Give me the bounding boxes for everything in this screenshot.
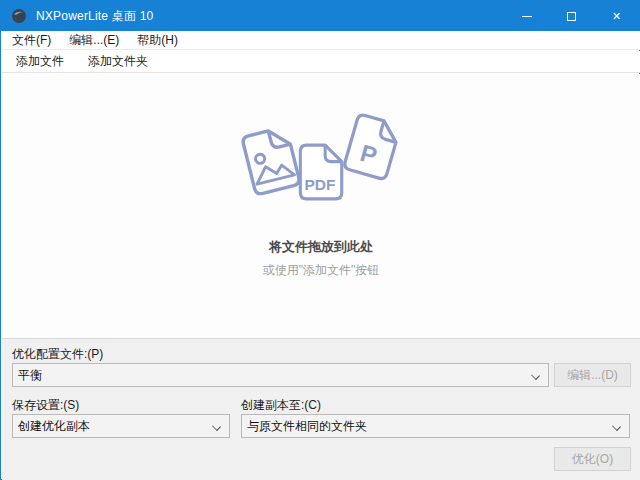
- pdf-file-icon: PDF: [294, 142, 346, 202]
- app-window: NXPowerLite 桌面 10 ✕ 文件(F) 编辑...(E) 帮助(H)…: [0, 0, 640, 480]
- app-icon: [11, 8, 27, 24]
- save-settings-selected-value: 创建优化副本: [18, 418, 90, 435]
- close-button[interactable]: ✕: [594, 1, 639, 31]
- minimize-icon: [522, 16, 532, 17]
- window-title: NXPowerLite 桌面 10: [36, 8, 153, 25]
- add-folder-button[interactable]: 添加文件夹: [78, 50, 158, 73]
- menu-edit[interactable]: 编辑...(E): [60, 30, 128, 51]
- pdf-letters: PDF: [305, 176, 336, 193]
- titlebar[interactable]: NXPowerLite 桌面 10 ✕: [1, 1, 639, 31]
- toolbar: 添加文件 添加文件夹: [2, 51, 640, 73]
- add-files-button[interactable]: 添加文件: [6, 50, 74, 73]
- settings-panel: 优化配置文件:(P) 平衡 编辑...(D) 保存设置:(S) 创建副本至:(C…: [2, 338, 640, 480]
- edit-profile-button[interactable]: 编辑...(D): [554, 363, 631, 387]
- optimize-button[interactable]: 优化(O): [554, 447, 631, 471]
- profile-select[interactable]: 平衡: [12, 363, 549, 387]
- save-settings-select[interactable]: 创建优化副本: [12, 414, 230, 438]
- chevron-down-icon: [612, 422, 621, 431]
- chevron-down-icon: [531, 371, 540, 380]
- profile-label: 优化配置文件:(P): [12, 346, 103, 363]
- chevron-down-icon: [212, 422, 221, 431]
- save-settings-label: 保存设置:(S): [12, 397, 79, 414]
- menu-file[interactable]: 文件(F): [3, 30, 60, 51]
- file-drop-zone[interactable]: P PDF 将文件拖放到此处 或使用"添加文件"按钮: [2, 74, 640, 338]
- drop-zone-title: 将文件拖放到此处: [269, 238, 373, 256]
- copy-destination-label: 创建副本至:(C): [241, 397, 321, 414]
- close-icon: ✕: [612, 11, 621, 22]
- menu-help[interactable]: 帮助(H): [128, 30, 187, 51]
- minimize-button[interactable]: [504, 1, 549, 31]
- drop-zone-subtitle: 或使用"添加文件"按钮: [263, 262, 380, 279]
- copy-destination-select[interactable]: 与原文件相同的文件夹: [241, 414, 630, 438]
- file-icons-illustration: P PDF: [236, 114, 406, 236]
- profile-selected-value: 平衡: [18, 367, 42, 384]
- maximize-button[interactable]: [549, 1, 594, 31]
- maximize-icon: [567, 12, 576, 21]
- copy-destination-selected-value: 与原文件相同的文件夹: [247, 418, 367, 435]
- menubar: 文件(F) 编辑...(E) 帮助(H): [2, 31, 640, 50]
- caption-buttons: ✕: [504, 1, 639, 31]
- presentation-file-icon: P: [336, 109, 405, 184]
